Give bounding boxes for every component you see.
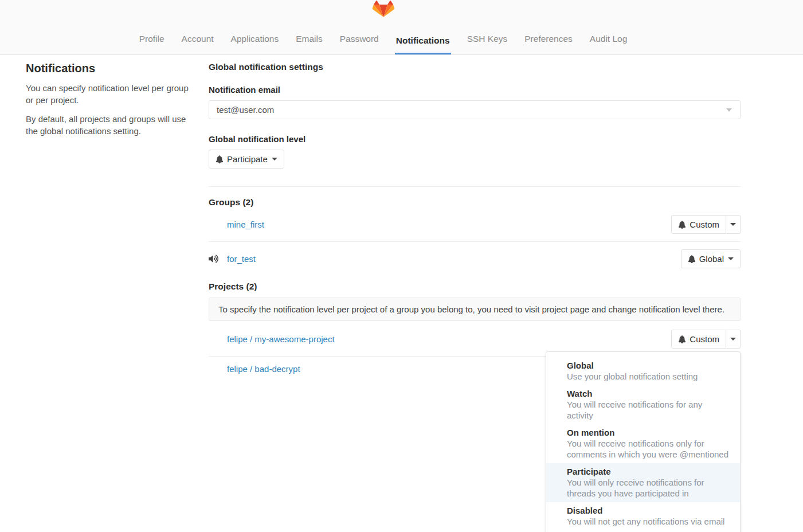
caret-down-icon xyxy=(730,338,736,341)
bell-icon xyxy=(688,255,696,263)
tab-preferences[interactable]: Preferences xyxy=(523,34,574,54)
notification-email-label: Notification email xyxy=(209,85,741,95)
sidebar-paragraph: By default, all projects and groups will… xyxy=(26,113,189,137)
group-level-value: Global xyxy=(699,254,724,264)
project-link-my-awesome-project[interactable]: felipe / my-awesome-project xyxy=(227,334,335,344)
tab-notifications[interactable]: Notifications xyxy=(395,36,451,54)
dropdown-item-desc: You will only receive notifications for … xyxy=(567,477,731,499)
caret-down-icon xyxy=(272,158,277,161)
dropdown-item-title: Disabled xyxy=(567,505,731,516)
dropdown-item-title: Global xyxy=(567,360,731,371)
caret-down-icon xyxy=(730,223,736,226)
gitlab-tanuki-icon xyxy=(372,1,395,22)
dropdown-item-desc: You will receive notifications only for … xyxy=(567,438,731,460)
gitlab-logo xyxy=(26,0,741,23)
project-level-button[interactable]: Custom xyxy=(671,330,726,349)
group-level-button[interactable]: Global xyxy=(681,249,741,268)
projects-list: felipe / my-awesome-project Custom Globa… xyxy=(209,322,741,381)
select-caret-icon xyxy=(726,108,732,112)
project-level-caret-button[interactable] xyxy=(726,330,741,349)
dropdown-item-disabled[interactable]: Disabled You will not get any notificati… xyxy=(546,502,740,530)
global-level-label: Global notification level xyxy=(209,134,741,144)
dropdown-item-desc: You will not get any notifications via e… xyxy=(567,516,731,527)
projects-notice: To specify the notification level per pr… xyxy=(209,298,741,321)
page-title: Notifications xyxy=(26,62,189,75)
groups-heading: Groups (2) xyxy=(209,197,741,208)
bell-icon xyxy=(678,335,686,343)
dropdown-item-desc: Use your global notification setting xyxy=(567,371,731,382)
tab-password[interactable]: Password xyxy=(339,34,380,54)
group-link-mine-first[interactable]: mine_first xyxy=(227,220,264,229)
notification-level-dropdown: Global Use your global notification sett… xyxy=(546,351,741,532)
dropdown-item-participate[interactable]: Participate You will only receive notifi… xyxy=(546,463,740,502)
group-row: mine_first Custom xyxy=(209,208,741,242)
project-row: felipe / my-awesome-project Custom Globa… xyxy=(209,322,741,357)
global-settings-heading: Global notification settings xyxy=(209,62,741,72)
tab-applications[interactable]: Applications xyxy=(230,34,280,54)
dropdown-item-title: Watch xyxy=(567,388,731,399)
global-level-value: Participate xyxy=(227,154,268,164)
sidebar-paragraph: You can specify notification level per g… xyxy=(26,82,189,106)
profile-nav-tabs: Profile Account Applications Emails Pass… xyxy=(26,23,741,54)
group-level-caret-button[interactable] xyxy=(726,215,741,234)
notification-settings-form: Global notification settings Notificatio… xyxy=(209,55,741,381)
project-level-value: Custom xyxy=(690,334,719,344)
tab-audit-log[interactable]: Audit Log xyxy=(589,34,629,54)
bell-icon xyxy=(216,155,224,163)
notifications-page: Notifications You can specify notificati… xyxy=(26,55,741,381)
tab-ssh-keys[interactable]: SSH Keys xyxy=(466,34,509,54)
groups-list: mine_first Custom for_t xyxy=(209,208,741,276)
caret-down-icon xyxy=(728,257,734,260)
section-divider xyxy=(209,186,741,187)
dropdown-item-title: Participate xyxy=(567,466,731,477)
project-link-bad-decrypt[interactable]: felipe / bad-decrypt xyxy=(227,364,300,374)
dropdown-item-on-mention[interactable]: On mention You will receive notification… xyxy=(546,424,740,463)
dropdown-item-watch[interactable]: Watch You will receive notifications for… xyxy=(546,385,740,424)
group-link-for-test[interactable]: for_test xyxy=(227,254,256,264)
notification-email-select[interactable]: test@user.com xyxy=(209,100,741,119)
projects-heading: Projects (2) xyxy=(209,281,741,292)
group-row: for_test Global xyxy=(209,242,741,276)
notification-email-value: test@user.com xyxy=(217,105,274,115)
bell-icon xyxy=(678,221,686,229)
tab-emails[interactable]: Emails xyxy=(295,34,324,54)
group-level-value: Custom xyxy=(690,220,719,229)
tab-profile[interactable]: Profile xyxy=(138,34,166,54)
dropdown-item-desc: You will receive notifications for any a… xyxy=(567,399,731,421)
profile-settings-header: Profile Account Applications Emails Pass… xyxy=(0,0,803,55)
dropdown-item-title: On mention xyxy=(567,427,731,438)
global-level-button[interactable]: Participate xyxy=(209,150,284,169)
volume-up-icon xyxy=(209,255,227,263)
tab-account[interactable]: Account xyxy=(181,34,215,54)
group-level-button[interactable]: Custom xyxy=(671,215,726,234)
sidebar-description: Notifications You can specify notificati… xyxy=(26,55,209,381)
dropdown-item-global[interactable]: Global Use your global notification sett… xyxy=(546,357,740,385)
